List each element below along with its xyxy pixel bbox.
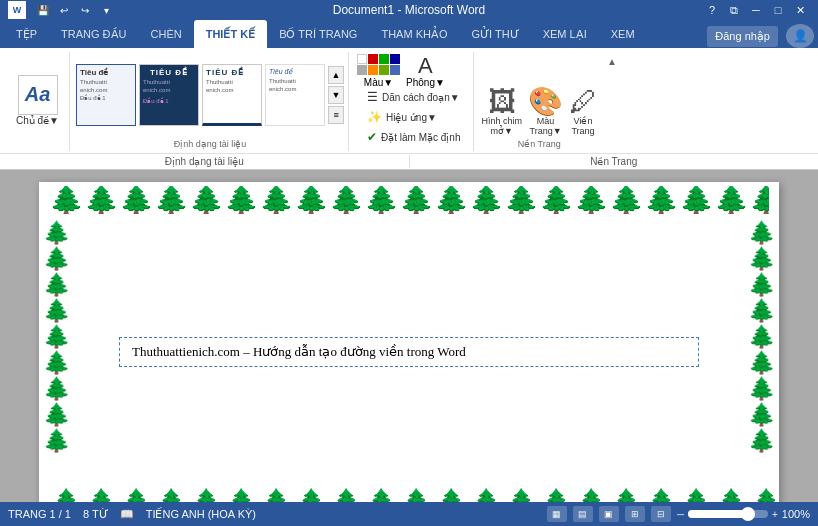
ribbon-footer: Định dạng tài liệu Nền Trang [0, 153, 818, 169]
page-info: TRANG 1 / 1 [8, 508, 71, 520]
style-thumb-1[interactable]: Tiêu đề Thuthuattienich.comĐầu đề 1 [76, 64, 136, 126]
hieu-ung-btn[interactable]: ✨ Hiệu ứng▼ [361, 108, 466, 126]
mau-btn[interactable]: Màu▼ [357, 54, 400, 88]
footer-nenTrang: Nền Trang [410, 155, 819, 168]
word-icon: W [8, 1, 26, 19]
group-label-chude [12, 128, 63, 131]
redo-btn[interactable]: ↪ [76, 1, 94, 19]
trees-top: 🌲 🌲 🌲 🌲 🌲 🌲 🌲 🌲 🌲 🌲 🌲 🌲 🌲 🌲 🌲 🌲 [49, 186, 769, 214]
tab-xem[interactable]: XEM [599, 20, 647, 48]
quick-access-toolbar: 💾 ↩ ↪ ▾ [34, 1, 115, 19]
layout-btn-4[interactable]: ⊞ [625, 506, 645, 522]
spell-icon: 📖 [120, 508, 134, 521]
word-count: 8 TỪ [83, 508, 108, 521]
document-text-input[interactable] [119, 337, 699, 367]
style-thumb-4[interactable]: Tiêu đề Thuthuattienich.com [265, 64, 325, 126]
chude-label: Chủ đề▼ [16, 115, 59, 126]
style-thumb-3[interactable]: TIÊU ĐỀ Thuthuattienich.com [202, 64, 262, 126]
title-bar: W 💾 ↩ ↪ ▾ Document1 - Microsoft Word ? ⧉… [0, 0, 818, 20]
color-page-icon: 🎨 [528, 88, 563, 116]
watermark-icon: 🖼 [488, 88, 516, 116]
status-right: ▦ ▤ ▣ ⊞ ⊟ ─ + 100% [547, 506, 810, 522]
title-bar-left: W 💾 ↩ ↪ ▾ [8, 1, 115, 19]
trees-right: 🌲 🌲 🌲 🌲 🌲 🌲 🌲 🌲 🌲 [748, 222, 775, 452]
ribbon-content: Aa Chủ đề▼ Tiêu đề Thuthuattienich.comĐầ… [0, 48, 818, 153]
style-scroll-down[interactable]: ▼ [328, 86, 344, 104]
document-title: Document1 - Microsoft Word [333, 3, 486, 17]
user-avatar[interactable]: 👤 [786, 24, 814, 48]
undo-btn[interactable]: ↩ [55, 1, 73, 19]
dancach-icon: ☰ [367, 90, 378, 104]
tab-right: Đăng nhập 👤 [707, 24, 814, 48]
style-thumb-2[interactable]: TIÊU ĐỀ Thuthuattienich.com Đầu đề 1 [139, 64, 199, 126]
customize-btn[interactable]: ▾ [97, 1, 115, 19]
group-mauphong: Màu▼ A Phông▼ ☰ Dãn cách đoạn [351, 52, 473, 151]
mauphong-content: Màu▼ A Phông▼ [357, 54, 445, 88]
tab-botritrang[interactable]: BỐ TRÍ TRANG [267, 20, 369, 48]
login-btn[interactable]: Đăng nhập [707, 26, 778, 47]
mau-trang-btn[interactable]: 🎨 MàuTrang▼ [528, 88, 563, 136]
document-area: 🌲 🌲 🌲 🌲 🌲 🌲 🌲 🌲 🌲 🌲 🌲 🌲 🌲 🌲 🌲 🌲 [0, 170, 818, 526]
vien-trang-btn[interactable]: 🖊 ViềnTrang [569, 88, 597, 136]
tab-trangdau[interactable]: TRANG ĐẦU [49, 20, 138, 48]
styles-gallery: Tiêu đề Thuthuattienich.comĐầu đề 1 TIÊU… [76, 54, 344, 136]
language: TIẾNG ANH (HOA KỲ) [146, 508, 256, 521]
layout-btn-3[interactable]: ▣ [599, 506, 619, 522]
group-label-dinhDang: Định dạng tài liệu [76, 136, 344, 149]
style-scroll-more[interactable]: ≡ [328, 106, 344, 124]
footer-dinhDang: Định dạng tài liệu [0, 155, 410, 168]
nentrang-content: 🖼 Hình chimmở▼ 🎨 MàuTrang▼ 🖊 ViềnTrang [482, 54, 598, 136]
group-chude: Aa Chủ đề▼ [6, 52, 70, 151]
color-grid [357, 54, 400, 75]
dat-mac-dinh-btn[interactable]: ✔ Đặt làm Mặc định [361, 128, 466, 146]
check-icon: ✔ [367, 130, 377, 144]
group-styles: Tiêu đề Thuthuattienich.comĐầu đề 1 TIÊU… [72, 52, 349, 151]
zoom-in-btn[interactable]: + [772, 509, 778, 520]
group-label-mauphong [357, 146, 466, 149]
group-label-nentrang: Nền Trang [482, 136, 598, 149]
tab-thietke[interactable]: THIẾT KẾ [194, 20, 267, 48]
layout-btn-2[interactable]: ▤ [573, 506, 593, 522]
zoom-control: ─ + 100% [677, 508, 810, 520]
page-content [119, 337, 699, 367]
maximize-btn[interactable]: □ [768, 0, 788, 20]
chude-icon: Aa [18, 75, 58, 115]
layout-btn-5[interactable]: ⊟ [651, 506, 671, 522]
chude-btn[interactable]: Aa Chủ đề▼ [12, 73, 63, 128]
app-window: W 💾 ↩ ↪ ▾ Document1 - Microsoft Word ? ⧉… [0, 0, 818, 526]
tab-chen[interactable]: CHÈN [139, 20, 194, 48]
mau-label: Màu▼ [364, 77, 393, 88]
phong-icon: A [418, 55, 433, 77]
danCach-group: ☰ Dãn cách đoạn▼ ✨ Hiệu ứng▼ ✔ Đặt làm M… [361, 88, 466, 146]
close-btn[interactable]: ✕ [790, 0, 810, 20]
zoom-fill [688, 510, 748, 518]
zoom-bar[interactable] [688, 510, 768, 518]
trees-left: 🌲 🌲 🌲 🌲 🌲 🌲 🌲 🌲 🌲 [43, 222, 70, 452]
layout-btn-1[interactable]: ▦ [547, 506, 567, 522]
ribbon-collapse[interactable]: ▲ [605, 52, 619, 151]
phong-label: Phông▼ [406, 77, 445, 88]
phong-btn[interactable]: A Phông▼ [406, 55, 445, 88]
tab-guithu[interactable]: GỬI THƯ [459, 20, 530, 48]
hieuung-icon: ✨ [367, 110, 382, 124]
tab-tep[interactable]: TỆP [4, 20, 49, 48]
collapse-icon[interactable]: ▲ [607, 56, 617, 67]
ribbon: TỆP TRANG ĐẦU CHÈN THIẾT KẾ BỐ TRÍ TRANG… [0, 20, 818, 170]
style-scroll: ▲ ▼ ≡ [328, 66, 344, 124]
zoom-out-btn[interactable]: ─ [677, 509, 684, 520]
tab-thamkhao[interactable]: THAM KHẢO [369, 20, 459, 48]
page: 🌲 🌲 🌲 🌲 🌲 🌲 🌲 🌲 🌲 🌲 🌲 🌲 🌲 🌲 🌲 🌲 [39, 182, 779, 522]
zoom-thumb [741, 507, 755, 521]
hinh-chim-mo-btn[interactable]: 🖼 Hình chimmở▼ [482, 88, 523, 136]
minimize-btn[interactable]: ─ [746, 0, 766, 20]
style-scroll-up[interactable]: ▲ [328, 66, 344, 84]
tab-xemlai[interactable]: XEM LẠI [531, 20, 599, 48]
group-nentrang: 🖼 Hình chimmở▼ 🎨 MàuTrang▼ 🖊 ViềnTrang N… [476, 52, 604, 151]
help-btn[interactable]: ? [702, 0, 722, 20]
zoom-level: 100% [782, 508, 810, 520]
restore-btn[interactable]: ⧉ [724, 0, 744, 20]
dan-cach-btn[interactable]: ☰ Dãn cách đoạn▼ [361, 88, 466, 106]
status-bar: TRANG 1 / 1 8 TỪ 📖 TIẾNG ANH (HOA KỲ) ▦ … [0, 502, 818, 526]
save-quick-btn[interactable]: 💾 [34, 1, 52, 19]
window-controls: ? ⧉ ─ □ ✕ [702, 0, 810, 20]
